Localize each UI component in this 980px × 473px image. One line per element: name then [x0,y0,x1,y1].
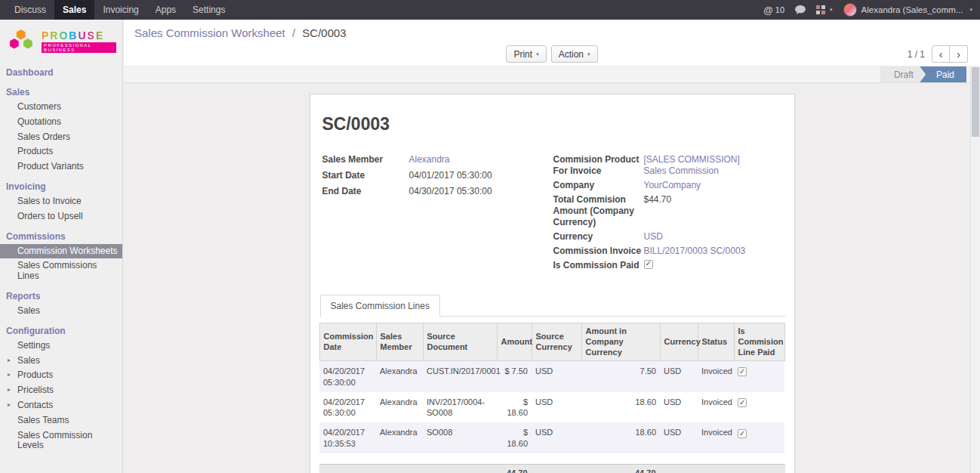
app-logo[interactable]: ⬢ ⬢ ⬢ PROBUSE PROFESSIONAL BUSINESS [0,20,122,64]
scrollbar-thumb[interactable] [972,67,979,137]
field-label: Is Commission Paid [553,260,644,271]
sidebar-item-config-products[interactable]: ▸ Products [0,368,122,383]
messages-menu[interactable]: @ 10 [763,5,784,16]
sidebar-section-dashboard[interactable]: Dashboard [0,64,122,80]
sidebar-item-orders-to-upsell[interactable]: Orders to Upsell [0,209,122,224]
column-header-currency[interactable]: Currency [660,323,698,361]
cell-commission-date: 04/20/2017 10:35:53 [319,422,376,453]
sidebar-item-products[interactable]: Products [0,144,122,159]
action-button[interactable]: Action ▾ [551,45,598,63]
cell-source-currency: USD [532,392,581,423]
control-buttons-row: Print ▾ Action ▾ 1 / 1 ‹ › [124,45,980,66]
print-button[interactable]: Print ▾ [506,45,546,63]
totals-row: 44.70 44.70 [319,464,785,473]
pager-previous-button[interactable]: ‹ [932,45,950,63]
apps-switcher-menu[interactable]: ▾ [816,5,833,14]
commission-product-link[interactable]: [SALES COMMISSION] Sales Commission [644,154,757,177]
status-paid[interactable]: Paid [920,66,966,82]
commission-line-row[interactable]: 04/20/2017 05:30:00 Alexandra CUST.IN/20… [319,361,784,392]
column-header-is-commission-line-paid[interactable]: Is Commision Line Paid [734,323,784,361]
cell-currency: USD [660,422,698,453]
sidebar-section-reports: Reports [0,288,122,304]
chevron-right-icon: ▸ [8,386,11,393]
topbar-systray: @ 10 ▾ Alexandra (Sales_comm... ▾ [763,0,980,20]
field-label: Commission Invoice [553,246,644,257]
field-groups: Sales Member Alexandra Start Date 04/01/… [319,154,785,274]
is-commission-paid-checkbox[interactable] [644,260,653,269]
cell-company-amount: 18.60 [581,422,660,453]
caret-down-icon: ▾ [587,51,590,57]
chevron-right-icon: ▸ [8,357,11,363]
company-link[interactable]: YourCompany [644,180,701,191]
sidebar-section-sales-wrap: Sales Customers Quotations Sales Orders … [0,84,122,175]
breadcrumb-current: SC/0003 [302,26,346,39]
field-commission-invoice: Commission Invoice BILL/2017/0003 SC/000… [553,246,782,257]
cell-line-paid [734,422,784,453]
sidebar-item-quotations[interactable]: Quotations [0,115,122,130]
breadcrumb-parent-link[interactable]: Sales Commission Worksheet [134,26,285,39]
cell-commission-date: 04/20/2017 05:30:00 [319,361,376,392]
sidebar-section-reports-wrap: Reports Sales [0,288,122,319]
sidebar-item-sales-commissions-lines[interactable]: Sales Commissions Lines [0,258,122,284]
cell-source-document: INV/2017/0004-SO008 [423,392,497,423]
record-title: SC/0003 [322,114,782,134]
avatar [843,3,857,17]
sidebar-item-sales-orders[interactable]: Sales Orders [0,130,122,145]
field-group-left: Sales Member Alexandra Start Date 04/01/… [322,154,553,274]
user-menu[interactable]: Alexandra (Sales_comm... ▾ [843,3,972,17]
status-draft[interactable]: Draft [880,66,926,82]
cell-currency: USD [660,392,698,423]
chevron-right-icon: ▸ [8,371,11,378]
currency-link[interactable]: USD [644,231,663,243]
topbar-menu-sales[interactable]: Sales [54,0,94,20]
sidebar-item-config-sales[interactable]: ▸ Sales [0,354,122,369]
field-commission-product: Commision Product For Invoice [SALES COM… [553,154,782,177]
column-header-amount[interactable]: Amount [497,323,532,361]
start-date-value: 04/01/2017 05:30:00 [409,170,492,181]
checkbox-checked-icon [738,367,747,376]
cell-sales-member: Alexandra [376,392,423,423]
sidebar-item-commission-worksheets[interactable]: Commission Worksheets [0,244,122,259]
sidebar-item-customers[interactable]: Customers [0,100,122,115]
sidebar: ⬢ ⬢ ⬢ PROBUSE PROFESSIONAL BUSINESS Dash… [0,20,123,473]
column-header-source-currency[interactable]: Source Currency [532,323,581,361]
sidebar-item-pricelists[interactable]: ▸ Pricelists [0,383,122,398]
topbar-menu-discuss[interactable]: Discuss [6,0,54,20]
field-end-date: End Date 04/30/2017 05:30:00 [322,186,553,197]
sales-member-link[interactable]: Alexandra [409,154,450,165]
column-header-commission-date[interactable]: Commission Date [319,323,376,361]
logo-tagline: PROFESSIONAL BUSINESS [42,42,116,53]
column-header-sales-member[interactable]: Sales Member [376,323,423,361]
sidebar-section-invoicing-wrap: Invoicing Sales to Invoice Orders to Ups… [0,178,122,224]
chat-icon[interactable] [795,5,806,14]
commission-invoice-link[interactable]: BILL/2017/0003 SC/0003 [644,246,746,257]
topbar-menu-apps[interactable]: Apps [147,0,184,20]
sidebar-item-contacts[interactable]: ▸ Contacts [0,398,122,413]
tab-sales-commission-lines[interactable]: Sales Commission Lines [320,295,440,317]
sidebar-item-sales-teams[interactable]: Sales Teams [0,413,122,428]
cell-source-currency: USD [532,422,581,453]
sidebar-item-settings[interactable]: Settings [0,339,122,354]
cell-status: Invoiced [698,361,734,392]
control-panel: Sales Commission Worksheet / SC/0003 Pri… [124,20,980,66]
topbar-menu-settings[interactable]: Settings [184,0,233,20]
commission-line-row[interactable]: 04/20/2017 05:30:00 Alexandra INV/2017/0… [319,392,784,423]
vertical-scrollbar[interactable] [970,66,980,473]
column-header-amount-company-currency[interactable]: Amount in Company Currency [581,323,660,361]
sidebar-item-sales-commission-levels[interactable]: Sales Commission Levels [0,428,122,454]
topbar-menu-invoicing[interactable]: Invoicing [94,0,146,20]
pager-next-button[interactable]: › [950,45,968,63]
sidebar-item-reports-sales[interactable]: Sales [0,304,122,319]
cell-source-document: CUST.IN/2017/0001 [423,361,497,392]
cell-commission-date: 04/20/2017 05:30:00 [319,392,376,423]
sidebar-item-product-variants[interactable]: Product Variants [0,159,122,175]
sidebar-item-sales-to-invoice[interactable]: Sales to Invoice [0,194,122,209]
column-header-source-document[interactable]: Source Document [423,323,497,361]
top-navbar: Discuss Sales Invoicing Apps Settings @ … [0,0,980,20]
sheet-area: SC/0003 Sales Member Alexandra Start Dat… [124,83,980,473]
hexagon-icon: ⬢ [9,38,20,50]
commission-line-row[interactable]: 04/20/2017 10:35:53 Alexandra SO008 $ 18… [319,422,784,453]
cell-company-amount: 7.50 [581,361,660,392]
column-header-status[interactable]: Status [698,323,734,361]
action-button-label: Action [559,49,584,60]
